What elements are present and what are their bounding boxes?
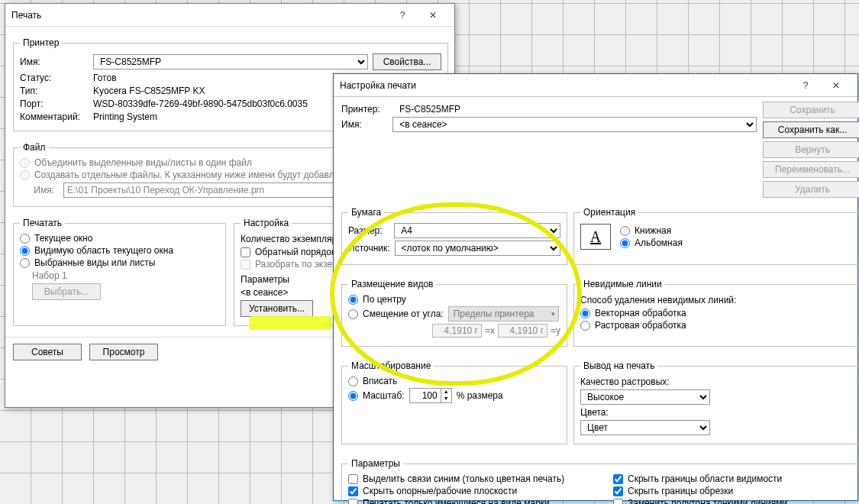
colors-select[interactable]: Цвет [580,420,710,435]
range-current-radio[interactable] [20,234,30,244]
parameters-group: Параметры Выделить связи синим (только ц… [341,458,859,504]
landscape-radio[interactable] [620,238,630,248]
setup-printer-value: FS-C8525MFP [399,104,460,115]
portrait-radio[interactable] [620,226,630,236]
delete-button: Удалить [763,181,859,198]
raster-quality-label: Качество растровых: [580,376,670,387]
save-as-button[interactable]: Сохранить как... [763,121,859,138]
source-select[interactable]: <лоток по умолчанию> [395,241,560,256]
range-visible-label: Видимую область текущего окна [34,245,173,256]
scale-suffix: % размера [457,390,503,401]
placement-legend: Размещение видов [348,279,436,289]
properties-button[interactable]: Свойства... [373,53,441,70]
type-value: Kyocera FS-C8525MFP KX [93,86,205,96]
blue-links-check[interactable] [348,474,358,484]
reverse-check[interactable] [241,247,250,257]
port-value: WSD-80339dfe-7269-49bf-9890-5475db03f0c6… [93,99,308,109]
vector-label: Векторная обработка [595,308,686,318]
setup-name-label: Имя: [341,119,388,130]
preview-button[interactable]: Просмотр [89,344,158,360]
hide-ref-check[interactable] [348,486,358,496]
source-label: Источник: [348,243,390,254]
collate-check [241,260,250,270]
range-visible-radio[interactable] [20,246,30,256]
raster-label: Растровая обработка [595,320,686,331]
fit-label: Вписать [363,376,397,386]
printer-name-label: Имя: [20,57,89,67]
rename-button: Переименовать... [763,161,859,178]
comment-value: Printing System [93,111,157,122]
status-value: Готов [93,73,117,83]
scale-radio[interactable] [348,391,358,401]
offset-x-input [432,324,482,338]
raster-radio[interactable] [580,321,590,331]
hidden-method-label: Способ удаления невидимых линий: [580,295,736,305]
spin-down-icon: ▼ [441,396,451,402]
output-legend: Вывод на печать [580,360,657,371]
close-button[interactable]: ✕ [418,4,448,27]
params-value: <в сеансе> [241,287,288,298]
print-titlebar: Печать ? ✕ [5,4,454,27]
save-button: Сохранить [763,102,859,118]
portrait-label: Книжная [635,225,671,236]
landscape-label: Альбомная [635,237,683,248]
range-current-label: Текущее окно [34,233,92,244]
thin-half-check[interactable] [613,499,623,505]
offset-y-input [498,324,547,338]
type-label: Тип: [20,86,89,96]
file-separate-label: Создавать отдельные файлы. К указанному … [34,170,351,180]
spin-up-icon: ▲ [441,389,451,396]
reverse-label: Обратный порядок [255,247,335,257]
hidden-legend: Невидимые линии [580,279,665,289]
center-label: По центру [363,294,406,305]
file-name-label: Имя: [20,185,54,195]
status-label: Статус: [20,73,89,83]
file-separate-radio [20,170,30,180]
range-group: Печатать Текущее окно Видимую область те… [13,218,226,326]
range-selected-label: Выбранные виды или листы [34,257,155,268]
center-radio[interactable] [348,295,358,305]
scaling-legend: Масштабирование [348,360,434,371]
copies-label: Количество экземпляров [241,234,347,244]
fit-radio[interactable] [348,376,358,386]
output-group: Вывод на печать Качество растровых: Высо… [573,360,859,444]
size-select[interactable]: A4 [394,223,560,238]
bounds-combo: Пределы принтера▾ [448,306,559,321]
offset-radio[interactable] [348,309,358,319]
range-selected-radio[interactable] [20,258,30,268]
setup-help-button[interactable]: ? [790,74,821,97]
setup-name-select[interactable]: <в сеансе> [392,117,757,132]
setup-legend: Настройка [241,218,292,228]
orientation-group: Ориентация A Книжная Альбомная [573,207,859,265]
hide-scope-check[interactable] [613,474,623,484]
placement-group: Размещение видов По центру Смещение от у… [341,279,567,347]
scale-input[interactable] [410,389,441,402]
blue-links-label: Выделить связи синим (только цветная печ… [363,473,564,484]
hide-crop-check[interactable] [613,486,623,496]
setup-install-button[interactable]: Установить... [241,300,313,317]
help-button[interactable]: ? [387,4,418,27]
parameters-legend: Параметры [348,458,403,469]
print-tags-label: Печатать только имеющиеся на виде марки [363,498,550,504]
chevron-down-icon: ▾ [551,310,555,318]
select-views-button: Выбрать... [32,283,101,300]
file-legend: Файл [20,142,49,153]
printer-name-select[interactable]: FS-C8525MFP [93,54,368,69]
colors-label: Цвета: [580,407,609,418]
print-title: Печать [11,10,387,21]
scale-spinner[interactable]: ▲▼ [409,388,452,403]
vector-radio[interactable] [580,309,590,318]
setup-printer-label: Принтер: [341,104,395,115]
raster-quality-select[interactable]: Высокое [580,389,710,405]
file-merge-radio [20,158,30,168]
range-legend: Печатать [20,218,65,228]
hide-crop-label: Скрыть границы обрезки [628,486,733,496]
print-setup-dialog: Настройка печати ? ✕ Принтер:FS-C8525MFP… [333,73,858,501]
thin-half-label: Заменить полутона тонкими линиями [628,498,787,504]
setup-titlebar: Настройка печати ? ✕ [334,74,857,97]
print-tags-check[interactable] [348,499,358,505]
setup-close-button[interactable]: ✕ [821,74,851,97]
file-merge-label: Объединить выделенные виды/листы в один … [34,157,252,168]
tips-button[interactable]: Советы [13,344,82,360]
hide-ref-label: Скрыть опорные/рабочие плоскости [363,486,517,496]
